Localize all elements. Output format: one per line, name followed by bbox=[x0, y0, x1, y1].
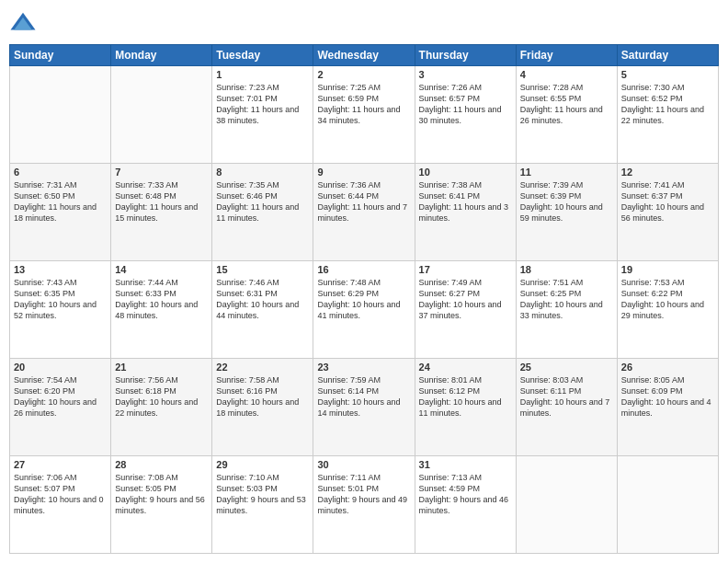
day-number: 11 bbox=[520, 167, 613, 178]
day-number: 28 bbox=[115, 459, 208, 470]
day-number: 9 bbox=[317, 167, 410, 178]
calendar-cell: 18Sunrise: 7:51 AM Sunset: 6:25 PM Dayli… bbox=[516, 261, 617, 359]
day-number: 15 bbox=[216, 264, 309, 275]
calendar-cell: 11Sunrise: 7:39 AM Sunset: 6:39 PM Dayli… bbox=[516, 164, 617, 261]
calendar-cell: 17Sunrise: 7:49 AM Sunset: 6:27 PM Dayli… bbox=[415, 261, 516, 359]
calendar-cell: 31Sunrise: 7:13 AM Sunset: 4:59 PM Dayli… bbox=[415, 456, 516, 554]
calendar-cell bbox=[111, 66, 212, 164]
calendar-cell: 20Sunrise: 7:54 AM Sunset: 6:20 PM Dayli… bbox=[10, 359, 111, 456]
day-info: Sunrise: 7:31 AM Sunset: 6:50 PM Dayligh… bbox=[14, 179, 107, 224]
day-number: 27 bbox=[14, 459, 107, 470]
day-info: Sunrise: 7:59 AM Sunset: 6:14 PM Dayligh… bbox=[317, 374, 410, 419]
calendar-cell bbox=[516, 456, 617, 554]
calendar-cell: 15Sunrise: 7:46 AM Sunset: 6:31 PM Dayli… bbox=[212, 261, 313, 359]
day-info: Sunrise: 7:28 AM Sunset: 6:55 PM Dayligh… bbox=[520, 82, 613, 127]
day-number: 16 bbox=[317, 264, 410, 275]
calendar-cell bbox=[617, 456, 718, 554]
day-number: 3 bbox=[419, 69, 512, 80]
calendar-cell: 12Sunrise: 7:41 AM Sunset: 6:37 PM Dayli… bbox=[617, 164, 718, 261]
day-info: Sunrise: 7:33 AM Sunset: 6:48 PM Dayligh… bbox=[115, 179, 208, 224]
day-info: Sunrise: 7:44 AM Sunset: 6:33 PM Dayligh… bbox=[115, 277, 208, 322]
day-info: Sunrise: 7:06 AM Sunset: 5:07 PM Dayligh… bbox=[14, 472, 107, 517]
weekday-header-tuesday: Tuesday bbox=[212, 45, 313, 66]
calendar-cell: 9Sunrise: 7:36 AM Sunset: 6:44 PM Daylig… bbox=[313, 164, 415, 261]
calendar-cell: 16Sunrise: 7:48 AM Sunset: 6:29 PM Dayli… bbox=[313, 261, 415, 359]
calendar-cell: 30Sunrise: 7:11 AM Sunset: 5:01 PM Dayli… bbox=[313, 456, 415, 554]
day-info: Sunrise: 7:10 AM Sunset: 5:03 PM Dayligh… bbox=[216, 472, 309, 517]
calendar-cell: 2Sunrise: 7:25 AM Sunset: 6:59 PM Daylig… bbox=[313, 66, 415, 164]
day-number: 30 bbox=[317, 459, 410, 470]
day-number: 7 bbox=[115, 167, 208, 178]
day-info: Sunrise: 7:11 AM Sunset: 5:01 PM Dayligh… bbox=[317, 472, 410, 517]
day-info: Sunrise: 7:53 AM Sunset: 6:22 PM Dayligh… bbox=[621, 277, 714, 322]
day-number: 14 bbox=[115, 264, 208, 275]
calendar-cell: 7Sunrise: 7:33 AM Sunset: 6:48 PM Daylig… bbox=[111, 164, 212, 261]
day-info: Sunrise: 7:38 AM Sunset: 6:41 PM Dayligh… bbox=[419, 179, 512, 224]
day-info: Sunrise: 7:54 AM Sunset: 6:20 PM Dayligh… bbox=[14, 374, 107, 419]
day-info: Sunrise: 7:26 AM Sunset: 6:57 PM Dayligh… bbox=[419, 82, 512, 127]
calendar-cell: 8Sunrise: 7:35 AM Sunset: 6:46 PM Daylig… bbox=[212, 164, 313, 261]
calendar-cell: 25Sunrise: 8:03 AM Sunset: 6:11 PM Dayli… bbox=[516, 359, 617, 456]
calendar-cell: 19Sunrise: 7:53 AM Sunset: 6:22 PM Dayli… bbox=[617, 261, 718, 359]
day-info: Sunrise: 7:13 AM Sunset: 4:59 PM Dayligh… bbox=[419, 472, 512, 517]
day-info: Sunrise: 8:01 AM Sunset: 6:12 PM Dayligh… bbox=[419, 374, 512, 419]
calendar-cell: 23Sunrise: 7:59 AM Sunset: 6:14 PM Dayli… bbox=[313, 359, 415, 456]
day-info: Sunrise: 7:23 AM Sunset: 7:01 PM Dayligh… bbox=[216, 82, 309, 127]
day-number: 23 bbox=[317, 362, 410, 373]
day-info: Sunrise: 7:08 AM Sunset: 5:05 PM Dayligh… bbox=[115, 472, 208, 517]
calendar-cell: 5Sunrise: 7:30 AM Sunset: 6:52 PM Daylig… bbox=[617, 66, 718, 164]
day-number: 22 bbox=[216, 362, 309, 373]
day-info: Sunrise: 7:48 AM Sunset: 6:29 PM Dayligh… bbox=[317, 277, 410, 322]
day-info: Sunrise: 7:56 AM Sunset: 6:18 PM Dayligh… bbox=[115, 374, 208, 419]
logo bbox=[9, 9, 40, 37]
calendar-cell: 22Sunrise: 7:58 AM Sunset: 6:16 PM Dayli… bbox=[212, 359, 313, 456]
day-number: 13 bbox=[14, 264, 107, 275]
logo-icon bbox=[9, 9, 37, 37]
calendar-cell: 3Sunrise: 7:26 AM Sunset: 6:57 PM Daylig… bbox=[415, 66, 516, 164]
calendar-cell: 26Sunrise: 8:05 AM Sunset: 6:09 PM Dayli… bbox=[617, 359, 718, 456]
calendar-cell: 14Sunrise: 7:44 AM Sunset: 6:33 PM Dayli… bbox=[111, 261, 212, 359]
weekday-header-thursday: Thursday bbox=[415, 45, 516, 66]
calendar-cell: 13Sunrise: 7:43 AM Sunset: 6:35 PM Dayli… bbox=[10, 261, 111, 359]
calendar-cell: 27Sunrise: 7:06 AM Sunset: 5:07 PM Dayli… bbox=[10, 456, 111, 554]
day-number: 5 bbox=[621, 69, 714, 80]
day-info: Sunrise: 7:46 AM Sunset: 6:31 PM Dayligh… bbox=[216, 277, 309, 322]
week-row-4: 27Sunrise: 7:06 AM Sunset: 5:07 PM Dayli… bbox=[10, 456, 719, 554]
day-info: Sunrise: 7:30 AM Sunset: 6:52 PM Dayligh… bbox=[621, 82, 714, 127]
calendar-cell bbox=[10, 66, 111, 164]
week-row-1: 6Sunrise: 7:31 AM Sunset: 6:50 PM Daylig… bbox=[10, 164, 719, 261]
calendar-header-row: SundayMondayTuesdayWednesdayThursdayFrid… bbox=[10, 45, 719, 66]
week-row-3: 20Sunrise: 7:54 AM Sunset: 6:20 PM Dayli… bbox=[10, 359, 719, 456]
day-number: 10 bbox=[419, 167, 512, 178]
day-number: 26 bbox=[621, 362, 714, 373]
day-number: 20 bbox=[14, 362, 107, 373]
weekday-header-sunday: Sunday bbox=[10, 45, 111, 66]
day-number: 6 bbox=[14, 167, 107, 178]
calendar-cell: 21Sunrise: 7:56 AM Sunset: 6:18 PM Dayli… bbox=[111, 359, 212, 456]
page: SundayMondayTuesdayWednesdayThursdayFrid… bbox=[0, 0, 728, 563]
weekday-header-saturday: Saturday bbox=[617, 45, 718, 66]
day-number: 21 bbox=[115, 362, 208, 373]
day-number: 24 bbox=[419, 362, 512, 373]
day-info: Sunrise: 7:41 AM Sunset: 6:37 PM Dayligh… bbox=[621, 179, 714, 224]
day-number: 18 bbox=[520, 264, 613, 275]
calendar-table: SundayMondayTuesdayWednesdayThursdayFrid… bbox=[9, 44, 719, 554]
day-number: 29 bbox=[216, 459, 309, 470]
day-number: 8 bbox=[216, 167, 309, 178]
day-info: Sunrise: 8:05 AM Sunset: 6:09 PM Dayligh… bbox=[621, 374, 714, 419]
day-number: 1 bbox=[216, 69, 309, 80]
day-info: Sunrise: 7:39 AM Sunset: 6:39 PM Dayligh… bbox=[520, 179, 613, 224]
day-number: 25 bbox=[520, 362, 613, 373]
day-info: Sunrise: 7:43 AM Sunset: 6:35 PM Dayligh… bbox=[14, 277, 107, 322]
day-info: Sunrise: 7:36 AM Sunset: 6:44 PM Dayligh… bbox=[317, 179, 410, 224]
day-info: Sunrise: 7:58 AM Sunset: 6:16 PM Dayligh… bbox=[216, 374, 309, 419]
weekday-header-monday: Monday bbox=[111, 45, 212, 66]
calendar-cell: 1Sunrise: 7:23 AM Sunset: 7:01 PM Daylig… bbox=[212, 66, 313, 164]
day-info: Sunrise: 7:49 AM Sunset: 6:27 PM Dayligh… bbox=[419, 277, 512, 322]
week-row-2: 13Sunrise: 7:43 AM Sunset: 6:35 PM Dayli… bbox=[10, 261, 719, 359]
weekday-header-wednesday: Wednesday bbox=[313, 45, 415, 66]
calendar-cell: 24Sunrise: 8:01 AM Sunset: 6:12 PM Dayli… bbox=[415, 359, 516, 456]
day-number: 31 bbox=[419, 459, 512, 470]
day-info: Sunrise: 8:03 AM Sunset: 6:11 PM Dayligh… bbox=[520, 374, 613, 419]
weekday-header-friday: Friday bbox=[516, 45, 617, 66]
